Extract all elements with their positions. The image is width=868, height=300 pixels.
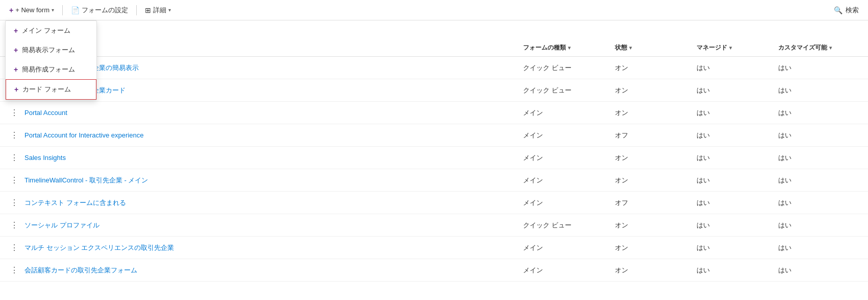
chevron-down-icon: ▾: [52, 7, 54, 13]
search-icon: 🔍: [834, 6, 842, 14]
row-ellipsis-3[interactable]: ⋮: [8, 129, 20, 141]
toolbar-separator-1: [62, 5, 63, 15]
table-row: ⋮ App for Outlook 取引先企業の簡易表示 クイック ビュー オン…: [0, 57, 868, 79]
row-name-7[interactable]: ⋮ ソーシャル プロファイル: [8, 219, 523, 231]
plus-icon-quickcreate: +: [14, 65, 18, 74]
col-header-form-type[interactable]: フォームの種類 ▾: [523, 43, 615, 52]
table-row: ⋮ マルチ セッション エクスペリエンスの取引先企業 メイン オン はい はい: [0, 237, 868, 259]
col-header-status[interactable]: 状態 ▾: [615, 43, 697, 52]
row-form-type-5: メイン: [523, 176, 615, 185]
row-ellipsis-2[interactable]: ⋮: [8, 107, 20, 119]
row-form-type-6: メイン: [523, 198, 615, 207]
row-managed-3: はい: [697, 131, 778, 140]
col-header-managed[interactable]: マネージド ▾: [697, 43, 778, 52]
row-customizable-1: はい: [778, 86, 860, 95]
row-customizable-3: はい: [778, 131, 860, 140]
search-label: 検索: [846, 6, 859, 15]
row-name-5[interactable]: ⋮ TimelineWallControl - 取引先企業 - メイン: [8, 174, 523, 186]
details-icon: ⊞: [145, 6, 151, 14]
row-status-0: オン: [615, 63, 697, 73]
row-customizable-2: はい: [778, 108, 860, 118]
dropdown-item-quick-view[interactable]: + 簡易表示フォーム: [6, 40, 96, 60]
row-form-type-7: クイック ビュー: [523, 221, 615, 230]
details-button[interactable]: ⊞ 詳細 ▾: [141, 4, 175, 17]
row-status-3: オフ: [615, 131, 697, 140]
plus-icon-quickview: +: [14, 46, 18, 54]
row-name-8[interactable]: ⋮ マルチ セッション エクスペリエンスの取引先企業: [8, 242, 523, 253]
search-area[interactable]: 🔍 検索: [830, 4, 863, 17]
row-ellipsis-4[interactable]: ⋮: [8, 152, 20, 164]
col-form-type-label: フォームの種類: [523, 43, 566, 52]
row-managed-6: はい: [697, 198, 778, 207]
row-customizable-6: はい: [778, 198, 860, 207]
row-ellipsis-8[interactable]: ⋮: [8, 242, 20, 253]
row-status-8: オン: [615, 243, 697, 252]
row-form-type-9: メイン: [523, 266, 615, 275]
table-body: ⋮ App for Outlook 取引先企業の簡易表示 クイック ビュー オン…: [0, 57, 868, 290]
row-name-4[interactable]: ⋮ Sales Insights: [8, 152, 523, 164]
new-form-dropdown: + メイン フォーム + 簡易表示フォーム + 簡易作成フォーム + カード フ…: [5, 20, 97, 100]
col-header-customizable[interactable]: カスタマイズ可能 ▾: [778, 43, 860, 52]
row-managed-2: はい: [697, 108, 778, 118]
row-status-4: オン: [615, 153, 697, 163]
details-label: 詳細: [153, 6, 166, 15]
table-row: ⋮ Portal Account メイン オン はい はい: [0, 102, 868, 124]
row-ellipsis-5[interactable]: ⋮: [8, 174, 20, 186]
dropdown-item-card-form[interactable]: + カード フォーム: [6, 79, 96, 100]
table-row: ⋮ Sales Insights メイン オン はい はい: [0, 147, 868, 169]
dropdown-item-main-form-label: メイン フォーム: [22, 26, 70, 35]
row-ellipsis-6[interactable]: ⋮: [8, 197, 20, 209]
row-managed-1: はい: [697, 86, 778, 95]
table-row: ⋮ App for Outlook 取引先企業カード クイック ビュー オン は…: [0, 79, 868, 102]
row-customizable-0: はい: [778, 63, 860, 73]
row-form-type-4: メイン: [523, 153, 615, 163]
row-customizable-9: はい: [778, 266, 860, 275]
table-row: ⋮ ソーシャル プロファイル クイック ビュー オン はい はい: [0, 214, 868, 237]
row-form-type-3: メイン: [523, 131, 615, 140]
plus-icon-card: +: [14, 85, 18, 94]
row-status-6: オフ: [615, 198, 697, 207]
dropdown-item-main-form[interactable]: + メイン フォーム: [6, 21, 96, 40]
row-form-type-2: メイン: [523, 108, 615, 118]
dropdown-item-quick-view-label: 簡易表示フォーム: [22, 45, 75, 55]
new-form-button[interactable]: + + New form ▾: [5, 4, 58, 16]
row-status-5: オン: [615, 176, 697, 185]
chevron-down-icon-2: ▾: [168, 7, 171, 13]
row-customizable-8: はい: [778, 243, 860, 252]
sort-icon-managed: ▾: [729, 45, 732, 51]
row-status-1: オン: [615, 86, 697, 95]
row-customizable-5: はい: [778, 176, 860, 185]
row-managed-7: はい: [697, 221, 778, 230]
sort-icon-status: ▾: [629, 45, 632, 51]
plus-icon-main: +: [14, 27, 18, 35]
row-ellipsis-9[interactable]: ⋮: [8, 264, 20, 276]
dropdown-item-quick-create-label: 簡易作成フォーム: [22, 65, 75, 74]
row-managed-8: はい: [697, 243, 778, 252]
toolbar: + + New form ▾ 📄 フォームの設定 ⊞ 詳細 ▾ 🔍 検索: [0, 0, 868, 20]
row-customizable-4: はい: [778, 153, 860, 163]
form-settings-label: フォームの設定: [82, 6, 128, 15]
col-status-label: 状態: [615, 43, 627, 52]
row-form-type-0: クイック ビュー: [523, 63, 615, 73]
table-row: ⋮ TimelineWallControl - 取引先企業 - メイン メイン …: [0, 169, 868, 192]
dropdown-item-quick-create[interactable]: + 簡易作成フォーム: [6, 60, 96, 79]
row-managed-5: はい: [697, 176, 778, 185]
row-name-3[interactable]: ⋮ Portal Account for Interactive experie…: [8, 129, 523, 141]
table-row: ⋮ コンテキスト フォームに含まれる メイン オフ はい はい: [0, 192, 868, 214]
table-header: フォームの種類 ▾ 状態 ▾ マネージド ▾ カスタマイズ可能 ▾: [0, 39, 868, 57]
row-form-type-1: クイック ビュー: [523, 86, 615, 95]
row-name-6[interactable]: ⋮ コンテキスト フォームに含まれる: [8, 197, 523, 209]
dropdown-item-card-form-label: カード フォーム: [22, 85, 71, 94]
row-name-9[interactable]: ⋮ 会話顧客カードの取引先企業フォーム: [8, 264, 523, 276]
new-form-label: + New form: [15, 6, 49, 14]
row-status-7: オン: [615, 221, 697, 230]
col-managed-label: マネージド: [697, 43, 727, 52]
form-settings-button[interactable]: 📄 フォームの設定: [67, 4, 132, 17]
toolbar-separator-2: [136, 5, 137, 15]
row-ellipsis-7[interactable]: ⋮: [8, 219, 20, 231]
row-name-2[interactable]: ⋮ Portal Account: [8, 107, 523, 119]
sort-icon-form-type: ▾: [568, 45, 571, 51]
row-customizable-7: はい: [778, 221, 860, 230]
row-managed-9: はい: [697, 266, 778, 275]
row-status-2: オン: [615, 108, 697, 118]
